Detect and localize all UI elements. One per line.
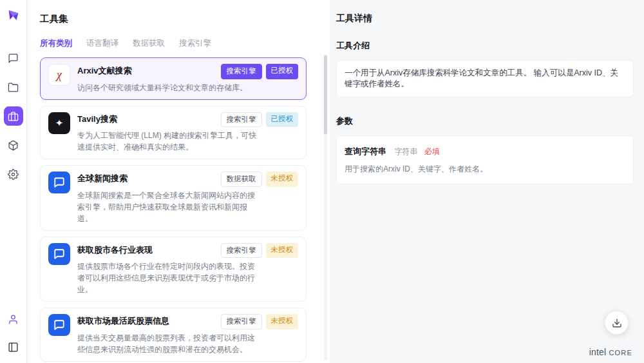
- page-title: 工具集: [40, 13, 330, 25]
- parameter-header: 查询字符串 字符串 必填: [345, 145, 625, 157]
- rail-nav: [4, 48, 23, 184]
- parameter-card: 查询字符串 字符串 必填 用于搜索的Arxiv ID、关键字、作者姓名。: [336, 135, 634, 184]
- params-heading: 参数: [336, 115, 634, 127]
- scrollbar-track[interactable]: [324, 54, 327, 360]
- sidebar-collapse-toggle[interactable]: [4, 337, 23, 357]
- tool-title: 全球新闻搜索: [77, 172, 221, 184]
- tool-intro-text: 一个用于从Arxiv存储库搜索科学论文和文章的工具。 输入可以是Arxiv ID…: [336, 60, 634, 97]
- intel-core-logo: intel CORE: [589, 347, 632, 357]
- auth-status-badge: 未授权: [266, 314, 299, 329]
- sidebar-item-settings[interactable]: [4, 164, 23, 184]
- detail-title: 工具详情: [336, 13, 634, 25]
- required-flag: 必填: [424, 147, 440, 156]
- gear-icon: [8, 169, 19, 180]
- tool-card-active-stocks[interactable]: 获取市场最活跃股票信息 搜索引擎 未授权 提供当天交易量最高的股票列表，投资者可…: [40, 308, 307, 362]
- package-icon: [8, 140, 19, 151]
- tool-title: 获取市场最活跃股票信息: [77, 314, 221, 326]
- sidebar-item-plugins[interactable]: [4, 135, 23, 155]
- category-badge: 数据获取: [221, 172, 262, 187]
- app-window: 工具集 所有类别 语言翻译 数据获取 搜索引擎 χ Arxiv文献搜索 搜索引擎…: [0, 0, 644, 363]
- parameter-type: 字符串: [394, 147, 417, 156]
- folder-icon: [8, 82, 19, 93]
- panel-toggle-icon: [8, 342, 19, 353]
- tool-description: 提供股票市场各个行业在特定时间段内的表现。投资者可以利用这些信息来识别表现优于或…: [77, 260, 259, 295]
- parameter-description: 用于搜索的Arxiv ID、关键字、作者姓名。: [345, 164, 625, 175]
- sidebar-item-account[interactable]: [4, 309, 23, 329]
- scrollbar-thumb[interactable]: [324, 55, 327, 134]
- tool-card-tavily[interactable]: ✦ Tavily搜索 搜索引擎 已授权 专为人工智能代理 (LLM) 构建的搜索…: [40, 106, 307, 160]
- briefcase-icon: [8, 111, 19, 122]
- tool-title: 获取股市各行业表现: [77, 243, 221, 255]
- download-icon: [612, 318, 622, 328]
- tool-title: Arxiv文献搜索: [77, 64, 221, 76]
- tool-card-global-news[interactable]: 全球新闻搜索 数据获取 未授权 全球新闻搜索是一个聚合全球各大新闻网站内容的搜索…: [40, 165, 307, 231]
- parameter-name: 查询字符串: [345, 146, 386, 156]
- category-tabs: 所有类别 语言翻译 数据获取 搜索引擎: [40, 38, 330, 49]
- tool-title: Tavily搜索: [77, 112, 221, 124]
- tab-data-fetch[interactable]: 数据获取: [133, 38, 165, 49]
- intro-heading: 工具介绍: [336, 40, 634, 52]
- category-badge: 搜索引擎: [221, 243, 262, 259]
- tavily-star-icon: ✦: [48, 112, 70, 134]
- news-bubble-icon: [48, 314, 70, 336]
- category-badge: 搜索引擎: [221, 314, 262, 329]
- tool-description: 提供当天交易量最高的股票列表，投资者可以利用这些信息来识别流动性强的股票和潜在的…: [77, 332, 259, 355]
- category-badge: 搜索引擎: [221, 112, 262, 128]
- news-bubble-icon: [48, 243, 70, 265]
- intel-wordmark: intel: [589, 347, 607, 357]
- tab-translation[interactable]: 语言翻译: [86, 38, 118, 49]
- tool-card-arxiv[interactable]: χ Arxiv文献搜索 搜索引擎 已授权 访问各个研究领域大量科学论文和文章的存…: [40, 57, 307, 100]
- tool-description: 访问各个研究领域大量科学论文和文章的存储库。: [77, 82, 259, 93]
- tab-search-engine[interactable]: 搜索引擎: [179, 38, 211, 49]
- tool-detail-panel: 工具详情 工具介绍 一个用于从Arxiv存储库搜索科学论文和文章的工具。 输入可…: [330, 0, 644, 363]
- tool-list-panel: 工具集 所有类别 语言翻译 数据获取 搜索引擎 χ Arxiv文献搜索 搜索引擎…: [27, 0, 330, 363]
- arxiv-logo-icon: χ: [48, 64, 70, 86]
- download-button[interactable]: [605, 311, 629, 335]
- app-logo-icon[interactable]: [6, 8, 21, 25]
- chat-icon: [8, 53, 19, 64]
- auth-status-badge: 未授权: [266, 172, 299, 187]
- news-bubble-icon: [48, 172, 70, 193]
- tool-description: 全球新闻搜索是一个聚合全球各大新闻网站内容的搜索引擎，帮助用户快速获取全球最新资…: [77, 190, 259, 224]
- auth-status-badge: 未授权: [266, 243, 299, 259]
- category-badge: 搜索引擎: [221, 64, 262, 79]
- auth-status-badge: 已授权: [266, 112, 299, 128]
- tool-card-sector-performance[interactable]: 获取股市各行业表现 搜索引擎 未授权 提供股票市场各个行业在特定时间段内的表现。…: [40, 237, 307, 302]
- user-icon: [8, 314, 19, 325]
- tool-description: 专为人工智能代理 (LLM) 构建的搜索引擎工具，可快速提供实时、准确和真实的结…: [77, 130, 259, 153]
- sidebar-item-tools[interactable]: [4, 106, 23, 126]
- sidebar-item-files[interactable]: [4, 77, 23, 97]
- core-wordmark: CORE: [609, 349, 632, 357]
- auth-status-badge: 已授权: [266, 64, 299, 79]
- rail-bottom: [4, 309, 23, 357]
- tab-all-categories[interactable]: 所有类别: [40, 38, 72, 49]
- tool-card-list: χ Arxiv文献搜索 搜索引擎 已授权 访问各个研究领域大量科学论文和文章的存…: [40, 57, 330, 363]
- icon-rail: [0, 0, 27, 363]
- sidebar-item-chat[interactable]: [4, 48, 23, 68]
